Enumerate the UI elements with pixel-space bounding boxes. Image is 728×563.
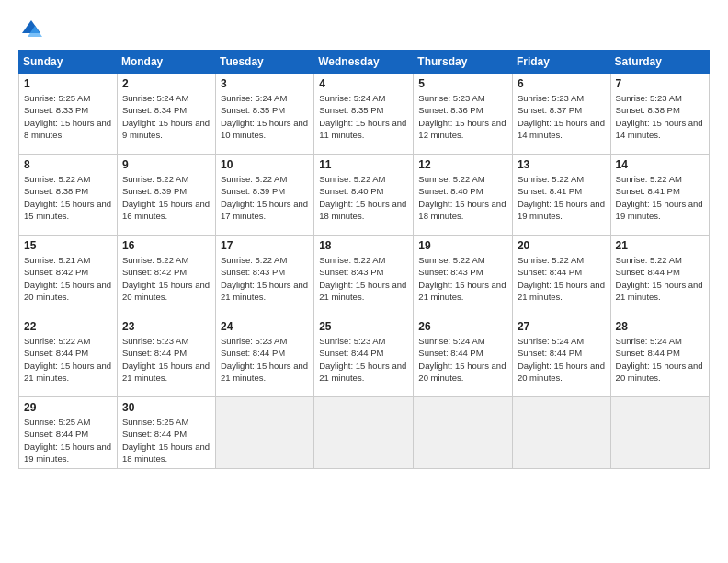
calendar-day-cell: 25Sunrise: 5:23 AM Sunset: 8:44 PM Dayli…	[314, 316, 414, 397]
day-number: 23	[122, 320, 210, 333]
day-info: Sunrise: 5:22 AM Sunset: 8:44 PM Dayligh…	[616, 254, 704, 303]
calendar-day-cell: 23Sunrise: 5:23 AM Sunset: 8:44 PM Dayli…	[117, 316, 215, 397]
day-info: Sunrise: 5:22 AM Sunset: 8:43 PM Dayligh…	[319, 254, 408, 303]
day-number: 21	[616, 239, 704, 252]
day-info: Sunrise: 5:23 AM Sunset: 8:44 PM Dayligh…	[221, 335, 309, 384]
calendar-header-row: Sunday Monday Tuesday Wednesday Thursday…	[19, 51, 710, 74]
day-info: Sunrise: 5:24 AM Sunset: 8:44 PM Dayligh…	[418, 335, 507, 384]
calendar-week-row: 22Sunrise: 5:22 AM Sunset: 8:44 PM Dayli…	[19, 316, 710, 397]
calendar-day-cell: 11Sunrise: 5:22 AM Sunset: 8:40 PM Dayli…	[314, 155, 414, 236]
day-number: 17	[221, 239, 309, 252]
day-info: Sunrise: 5:22 AM Sunset: 8:40 PM Dayligh…	[319, 173, 408, 222]
day-info: Sunrise: 5:23 AM Sunset: 8:44 PM Dayligh…	[319, 335, 408, 384]
col-wednesday: Wednesday	[314, 51, 414, 74]
day-info: Sunrise: 5:22 AM Sunset: 8:43 PM Dayligh…	[221, 254, 309, 303]
day-info: Sunrise: 5:25 AM Sunset: 8:44 PM Dayligh…	[122, 416, 210, 465]
calendar-day-cell: 5Sunrise: 5:23 AM Sunset: 8:36 PM Daylig…	[414, 74, 513, 155]
calendar-day-cell: 22Sunrise: 5:22 AM Sunset: 8:44 PM Dayli…	[19, 316, 118, 397]
day-number: 30	[122, 401, 210, 414]
day-info: Sunrise: 5:23 AM Sunset: 8:37 PM Dayligh…	[518, 92, 606, 141]
day-number: 19	[418, 239, 507, 252]
calendar-day-cell	[610, 397, 709, 469]
calendar-day-cell: 28Sunrise: 5:24 AM Sunset: 8:44 PM Dayli…	[610, 316, 709, 397]
day-number: 20	[518, 239, 606, 252]
day-number: 4	[319, 77, 408, 90]
day-number: 11	[319, 158, 408, 171]
calendar-week-row: 29Sunrise: 5:25 AM Sunset: 8:44 PM Dayli…	[19, 397, 710, 469]
logo-icon	[18, 17, 44, 42]
day-number: 29	[24, 401, 112, 414]
calendar-day-cell: 19Sunrise: 5:22 AM Sunset: 8:43 PM Dayli…	[414, 236, 513, 316]
calendar-day-cell: 24Sunrise: 5:23 AM Sunset: 8:44 PM Dayli…	[216, 316, 314, 397]
calendar-day-cell: 13Sunrise: 5:22 AM Sunset: 8:41 PM Dayli…	[512, 155, 610, 236]
day-number: 3	[221, 77, 309, 90]
col-thursday: Thursday	[414, 51, 513, 74]
calendar-day-cell: 7Sunrise: 5:23 AM Sunset: 8:38 PM Daylig…	[610, 74, 709, 155]
calendar-day-cell: 27Sunrise: 5:24 AM Sunset: 8:44 PM Dayli…	[512, 316, 610, 397]
calendar-day-cell: 4Sunrise: 5:24 AM Sunset: 8:35 PM Daylig…	[314, 74, 414, 155]
calendar-day-cell: 10Sunrise: 5:22 AM Sunset: 8:39 PM Dayli…	[216, 155, 314, 236]
day-info: Sunrise: 5:23 AM Sunset: 8:44 PM Dayligh…	[122, 335, 210, 384]
day-number: 25	[319, 320, 408, 333]
calendar-day-cell: 18Sunrise: 5:22 AM Sunset: 8:43 PM Dayli…	[314, 236, 414, 316]
day-info: Sunrise: 5:24 AM Sunset: 8:34 PM Dayligh…	[122, 92, 210, 141]
calendar-day-cell: 26Sunrise: 5:24 AM Sunset: 8:44 PM Dayli…	[414, 316, 513, 397]
calendar-day-cell: 17Sunrise: 5:22 AM Sunset: 8:43 PM Dayli…	[216, 236, 314, 316]
day-number: 26	[418, 320, 507, 333]
col-saturday: Saturday	[610, 51, 709, 74]
day-number: 22	[24, 320, 112, 333]
col-friday: Friday	[512, 51, 610, 74]
day-info: Sunrise: 5:22 AM Sunset: 8:39 PM Dayligh…	[122, 173, 210, 222]
day-info: Sunrise: 5:22 AM Sunset: 8:43 PM Dayligh…	[418, 254, 507, 303]
day-info: Sunrise: 5:21 AM Sunset: 8:42 PM Dayligh…	[24, 254, 112, 303]
day-info: Sunrise: 5:23 AM Sunset: 8:38 PM Dayligh…	[616, 92, 704, 141]
calendar-day-cell: 20Sunrise: 5:22 AM Sunset: 8:44 PM Dayli…	[512, 236, 610, 316]
logo	[18, 17, 48, 42]
calendar-day-cell: 21Sunrise: 5:22 AM Sunset: 8:44 PM Dayli…	[610, 236, 709, 316]
day-number: 28	[616, 320, 704, 333]
calendar: Sunday Monday Tuesday Wednesday Thursday…	[18, 50, 710, 469]
calendar-week-row: 1Sunrise: 5:25 AM Sunset: 8:33 PM Daylig…	[19, 74, 710, 155]
day-number: 7	[616, 77, 704, 90]
page: Sunday Monday Tuesday Wednesday Thursday…	[0, 0, 728, 563]
day-number: 8	[24, 158, 112, 171]
header	[18, 17, 710, 42]
calendar-day-cell	[414, 397, 513, 469]
calendar-week-row: 15Sunrise: 5:21 AM Sunset: 8:42 PM Dayli…	[19, 236, 710, 316]
day-number: 13	[518, 158, 606, 171]
day-number: 16	[122, 239, 210, 252]
day-number: 10	[221, 158, 309, 171]
calendar-day-cell: 16Sunrise: 5:22 AM Sunset: 8:42 PM Dayli…	[117, 236, 215, 316]
day-number: 9	[122, 158, 210, 171]
day-info: Sunrise: 5:22 AM Sunset: 8:38 PM Dayligh…	[24, 173, 112, 222]
calendar-day-cell: 1Sunrise: 5:25 AM Sunset: 8:33 PM Daylig…	[19, 74, 118, 155]
calendar-day-cell: 30Sunrise: 5:25 AM Sunset: 8:44 PM Dayli…	[117, 397, 215, 469]
day-info: Sunrise: 5:22 AM Sunset: 8:40 PM Dayligh…	[418, 173, 507, 222]
calendar-day-cell: 3Sunrise: 5:24 AM Sunset: 8:35 PM Daylig…	[216, 74, 314, 155]
day-number: 12	[418, 158, 507, 171]
day-number: 14	[616, 158, 704, 171]
calendar-day-cell: 2Sunrise: 5:24 AM Sunset: 8:34 PM Daylig…	[117, 74, 215, 155]
calendar-day-cell: 8Sunrise: 5:22 AM Sunset: 8:38 PM Daylig…	[19, 155, 118, 236]
day-info: Sunrise: 5:22 AM Sunset: 8:44 PM Dayligh…	[24, 335, 112, 384]
calendar-day-cell: 6Sunrise: 5:23 AM Sunset: 8:37 PM Daylig…	[512, 74, 610, 155]
calendar-day-cell: 29Sunrise: 5:25 AM Sunset: 8:44 PM Dayli…	[19, 397, 118, 469]
calendar-day-cell	[314, 397, 414, 469]
day-number: 1	[24, 77, 112, 90]
day-number: 15	[24, 239, 112, 252]
day-number: 24	[221, 320, 309, 333]
day-number: 2	[122, 77, 210, 90]
day-number: 6	[518, 77, 606, 90]
day-info: Sunrise: 5:25 AM Sunset: 8:44 PM Dayligh…	[24, 416, 112, 465]
day-number: 5	[418, 77, 507, 90]
day-info: Sunrise: 5:22 AM Sunset: 8:39 PM Dayligh…	[221, 173, 309, 222]
calendar-day-cell: 14Sunrise: 5:22 AM Sunset: 8:41 PM Dayli…	[610, 155, 709, 236]
col-monday: Monday	[117, 51, 215, 74]
day-info: Sunrise: 5:22 AM Sunset: 8:42 PM Dayligh…	[122, 254, 210, 303]
day-info: Sunrise: 5:22 AM Sunset: 8:41 PM Dayligh…	[518, 173, 606, 222]
day-info: Sunrise: 5:24 AM Sunset: 8:44 PM Dayligh…	[518, 335, 606, 384]
col-sunday: Sunday	[19, 51, 118, 74]
day-info: Sunrise: 5:24 AM Sunset: 8:35 PM Dayligh…	[221, 92, 309, 141]
day-info: Sunrise: 5:22 AM Sunset: 8:41 PM Dayligh…	[616, 173, 704, 222]
day-info: Sunrise: 5:24 AM Sunset: 8:44 PM Dayligh…	[616, 335, 704, 384]
